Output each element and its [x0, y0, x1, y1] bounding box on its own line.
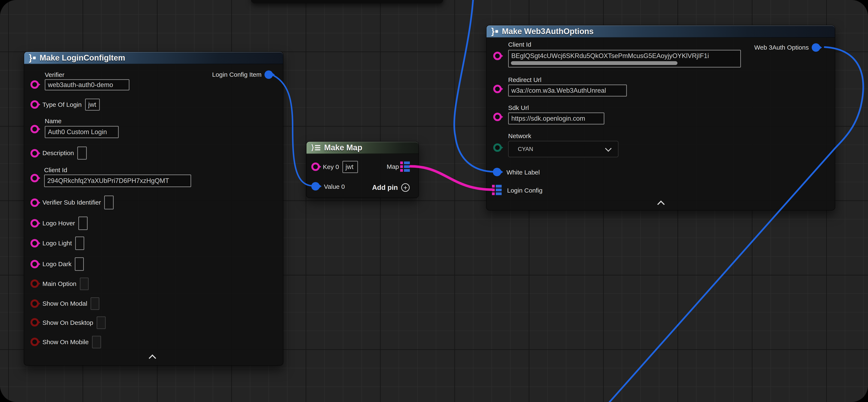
- redirect-url-label: Redirect Url: [508, 76, 541, 84]
- white-label-label: White Label: [506, 169, 540, 176]
- client-id-field[interactable]: BEglQSgt4cUWcj6SKRdu5QkOXTsePmMcusG5EAoy…: [508, 50, 741, 67]
- make-struct-icon: }: [29, 53, 36, 62]
- client-id-label: Client Id: [508, 41, 531, 48]
- white-label-pin[interactable]: [493, 168, 501, 176]
- collapse-node-chevron-icon[interactable]: [150, 354, 155, 359]
- logo-light-field[interactable]: [75, 236, 84, 250]
- client-id-pin[interactable]: [493, 52, 502, 60]
- main-option-checkbox[interactable]: [80, 278, 89, 290]
- redirect-url-field[interactable]: w3a://com.w3a.Web3AuthUnreal: [508, 85, 627, 96]
- client-id-pin[interactable]: [30, 174, 39, 182]
- verifier-sub-identifier-label: Verifier Sub Identifier: [42, 199, 101, 206]
- node-make-web3authoptions[interactable]: } Make Web3AuthOptions Client Id BEglQSg…: [486, 25, 835, 210]
- name-label: Name: [45, 117, 62, 125]
- show-on-modal-pin[interactable]: [30, 299, 39, 308]
- blueprint-canvas[interactable]: } Make LoginConfigItem Verifier web3auth…: [0, 0, 868, 402]
- name-pin[interactable]: [30, 125, 39, 133]
- show-on-mobile-checkbox[interactable]: [92, 336, 101, 348]
- network-dropdown[interactable]: CYAN: [508, 141, 618, 157]
- name-field[interactable]: Auth0 Custom Login: [45, 126, 119, 138]
- login-config-item-output-label: Login Config Item: [212, 71, 261, 78]
- offscreen-node-edge: [251, 0, 443, 3]
- network-pin[interactable]: [493, 143, 502, 152]
- logo-hover-field[interactable]: [79, 217, 88, 230]
- sdk-url-field[interactable]: https://sdk.openlogin.com: [508, 113, 604, 124]
- logo-dark-label: Logo Dark: [42, 260, 71, 268]
- logo-light-label: Logo Light: [42, 240, 72, 247]
- key0-label: Key 0: [323, 163, 339, 171]
- show-on-modal-label: Show On Modal: [42, 300, 87, 307]
- web3auth-options-output-label: Web 3Auth Options: [754, 44, 809, 51]
- add-pin-button[interactable]: Add pin +: [372, 183, 410, 192]
- show-on-desktop-checkbox[interactable]: [97, 316, 106, 329]
- wire-map-to-loginconfig: [410, 166, 493, 190]
- logo-hover-label: Logo Hover: [42, 220, 75, 227]
- node-make-map[interactable]: ⟩ Make Map Key 0 jwt Map Value 0 Add pin…: [306, 141, 419, 198]
- node-make-loginconfigitem[interactable]: } Make LoginConfigItem Verifier web3auth…: [24, 52, 283, 366]
- client-id-field[interactable]: 294QRkchfq2YaXUbPri7D6PH7xzHgQMT: [44, 174, 191, 187]
- show-on-mobile-label: Show On Mobile: [42, 339, 89, 346]
- field-scrollbar[interactable]: [511, 61, 678, 65]
- login-config-pin[interactable]: [492, 185, 502, 195]
- login-config-item-output-pin[interactable]: [265, 70, 273, 79]
- verifier-sub-identifier-field[interactable]: [104, 196, 114, 209]
- make-struct-icon: }: [491, 27, 498, 36]
- logo-dark-field[interactable]: [75, 257, 84, 271]
- show-on-mobile-pin[interactable]: [30, 338, 39, 346]
- chevron-down-icon: [605, 145, 612, 152]
- description-field[interactable]: [77, 147, 87, 160]
- show-on-desktop-pin[interactable]: [30, 318, 39, 326]
- verifier-field[interactable]: web3auth-auth0-demo: [45, 79, 129, 90]
- main-option-label: Main Option: [42, 280, 76, 287]
- verifier-pin[interactable]: [30, 80, 39, 89]
- redirect-url-pin[interactable]: [493, 85, 502, 93]
- client-id-label: Client Id: [44, 167, 67, 174]
- add-pin-plus-icon: +: [401, 183, 410, 192]
- node-title: Make Web3AuthOptions: [502, 27, 593, 36]
- description-label: Description: [42, 149, 74, 156]
- node-header[interactable]: } Make Web3AuthOptions: [487, 25, 835, 38]
- verifier-sub-identifier-pin[interactable]: [30, 199, 39, 207]
- login-config-label: Login Config: [507, 187, 542, 194]
- logo-dark-pin[interactable]: [30, 260, 39, 268]
- node-header[interactable]: ⟩ Make Map: [307, 142, 418, 154]
- logo-hover-pin[interactable]: [30, 219, 39, 228]
- key0-field[interactable]: jwt: [342, 161, 358, 173]
- make-map-icon: ⟩: [311, 144, 320, 151]
- node-header[interactable]: } Make LoginConfigItem: [24, 52, 283, 64]
- type-of-login-pin[interactable]: [30, 100, 39, 109]
- map-output-pin[interactable]: [400, 162, 410, 172]
- map-output-label: Map: [387, 163, 399, 170]
- collapse-node-chevron-icon[interactable]: [658, 200, 663, 205]
- show-on-modal-checkbox[interactable]: [91, 297, 99, 310]
- sdk-url-label: Sdk Url: [508, 104, 529, 111]
- key0-pin[interactable]: [311, 163, 320, 171]
- type-of-login-field[interactable]: jwt: [85, 98, 100, 111]
- show-on-desktop-label: Show On Desktop: [42, 319, 93, 326]
- description-pin[interactable]: [30, 149, 39, 157]
- web3auth-options-output-pin[interactable]: [812, 43, 820, 52]
- main-option-pin[interactable]: [30, 280, 39, 288]
- type-of-login-label: Type Of Login: [42, 101, 82, 108]
- logo-light-pin[interactable]: [30, 239, 39, 248]
- value0-pin[interactable]: [311, 182, 320, 191]
- node-title: Make Map: [324, 143, 362, 152]
- value0-label: Value 0: [324, 183, 345, 190]
- verifier-label: Verifier: [45, 71, 64, 79]
- network-label: Network: [508, 133, 531, 140]
- node-title: Make LoginConfigItem: [39, 53, 125, 62]
- sdk-url-pin[interactable]: [493, 113, 502, 121]
